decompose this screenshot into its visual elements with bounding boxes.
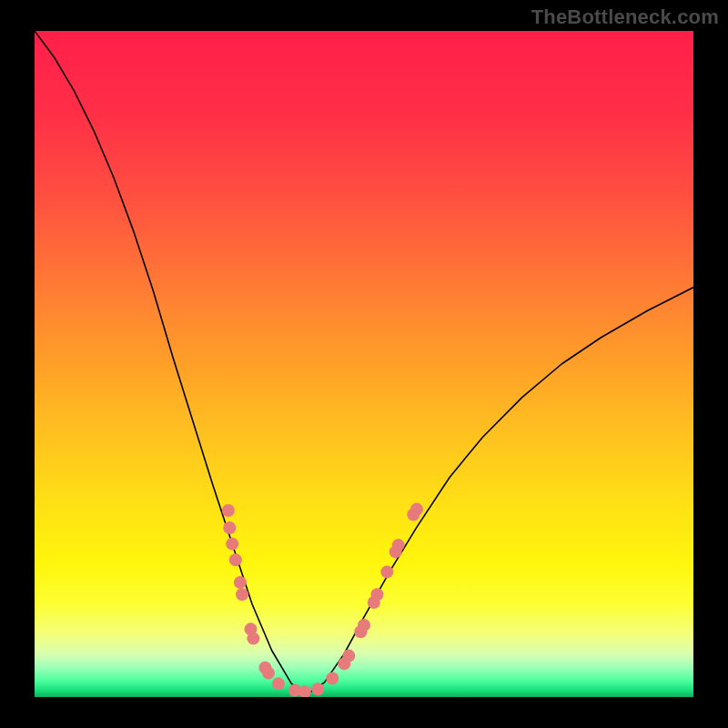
chart-frame: TheBottleneck.com <box>0 0 728 728</box>
marker-dot <box>326 672 339 685</box>
watermark-text: TheBottleneck.com <box>531 5 719 29</box>
marker-dot <box>342 650 355 662</box>
marker-dot <box>272 677 285 690</box>
marker-dot <box>370 588 383 601</box>
marker-dot <box>236 588 248 601</box>
marker-dot <box>223 521 236 534</box>
gradient-background <box>35 31 693 697</box>
marker-dot <box>229 553 242 566</box>
marker-dot <box>262 667 275 680</box>
marker-dot <box>358 619 370 632</box>
marker-dot <box>247 632 259 645</box>
plot-svg <box>35 31 693 697</box>
marker-dot <box>234 576 247 589</box>
marker-dot <box>392 539 405 551</box>
marker-dot <box>380 565 393 578</box>
marker-dot <box>226 538 238 551</box>
marker-dot <box>410 503 423 516</box>
marker-dot <box>311 682 324 695</box>
plot-area <box>35 31 693 697</box>
marker-dot <box>222 504 235 517</box>
